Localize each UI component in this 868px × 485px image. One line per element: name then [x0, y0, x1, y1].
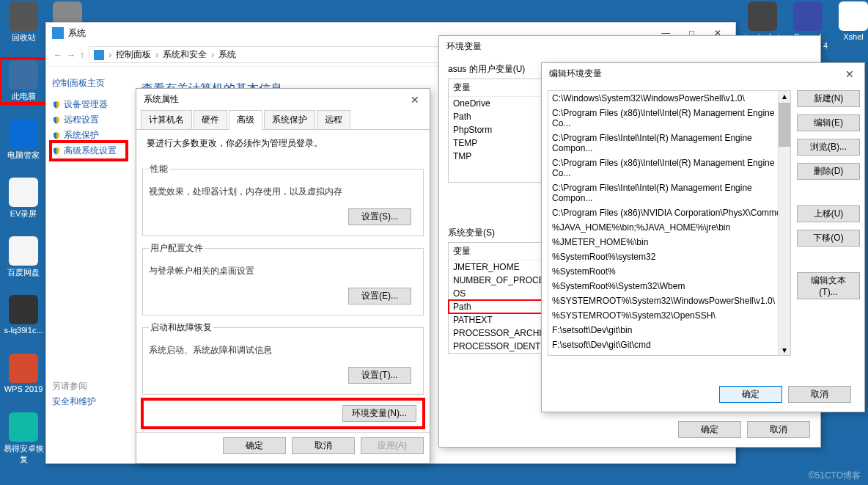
action-button[interactable]: 删除(D) — [797, 163, 860, 180]
sidebar-link[interactable]: 设备管理器 — [52, 97, 125, 112]
security-link[interactable]: 安全和维护 — [52, 394, 125, 409]
path-item[interactable]: %JMETER_HOME%\bin — [548, 235, 790, 249]
cancel-button[interactable]: 取消 — [788, 386, 851, 403]
path-item[interactable]: C:\Windows\System32\WindowsPowerShell\v1… — [548, 91, 790, 106]
ok-button[interactable]: 确定 — [223, 437, 286, 454]
list-item[interactable]: PROCESSOR_IDENTIFI — [449, 340, 544, 353]
settings-button[interactable]: 设置(E)... — [348, 288, 411, 305]
shield-icon — [52, 101, 61, 109]
cancel-button[interactable]: 取消 — [292, 437, 355, 454]
scrollbar[interactable]: ▴ ▾ — [778, 91, 790, 355]
path-item[interactable]: %SYSTEMROOT%\System32\OpenSSH\ — [548, 308, 790, 323]
crumb-item[interactable]: 控制面板 — [116, 48, 151, 61]
watermark: ©51CTO博客 — [809, 470, 861, 482]
path-list[interactable]: C:\Windows\System32\WindowsPowerShell\v1… — [548, 90, 791, 356]
desktop-icon[interactable]: 百度网盘 — [1, 236, 45, 278]
action-button[interactable]: 浏览(B)... — [797, 139, 860, 156]
dialog-titlebar: 编辑环境变量 ✕ — [542, 63, 864, 84]
group-desc: 系统启动、系统故障和调试信息 — [149, 344, 417, 357]
tabs: 计算机名硬件高级系统保护远程 — [136, 110, 430, 130]
forward-icon[interactable]: → — [67, 50, 76, 60]
dialog-buttons: 确定 取消 — [713, 382, 857, 407]
scroll-up-icon[interactable]: ▴ — [779, 91, 790, 101]
path-item[interactable]: C:\Program Files\Intel\Intel(R) Manageme… — [548, 180, 790, 205]
desktop-icon[interactable]: Xshel — [831, 1, 868, 41]
sidebar-link[interactable]: 高级系统设置 — [52, 143, 125, 158]
path-item[interactable]: %SystemRoot%\System32\Wbem — [548, 279, 790, 293]
close-icon[interactable]: ✕ — [842, 68, 857, 80]
back-icon[interactable]: ← — [54, 50, 62, 60]
desktop-icon[interactable]: WPS 2019 — [1, 354, 45, 393]
path-item[interactable]: C:\Program Files\Intel\Intel(R) Manageme… — [548, 131, 790, 156]
action-button[interactable]: 新建(N) — [797, 90, 860, 107]
list-item[interactable]: PROCESSOR_ARCHITE — [449, 327, 544, 340]
settings-group: 性能视觉效果，处理器计划，内存使用，以及虚拟内存设置(S)... — [142, 163, 424, 236]
path-item[interactable]: F:\setsoft\Dev\git\Git\cmd — [548, 338, 790, 352]
desktop-icon[interactable]: 回收站 — [1, 1, 45, 43]
apply-button[interactable]: 应用(A) — [361, 437, 424, 454]
user-vars-list[interactable]: 变量 OneDrivePathPhpStormTEMPTMP — [448, 79, 545, 183]
ok-button[interactable]: 确定 — [719, 386, 782, 403]
ok-button[interactable]: 确定 — [678, 421, 741, 438]
list-item[interactable]: NUMBER_OF_PROCES — [449, 274, 544, 287]
control-panel-sidebar: 控制面板主页 设备管理器远程设置系统保护高级系统设置 另请参阅 安全和维护 — [46, 67, 131, 417]
action-button[interactable]: 上移(U) — [797, 205, 860, 222]
path-item[interactable]: C:\Program Files (x86)\Intel\Intel(R) Ma… — [548, 156, 790, 180]
admin-note: 要进行大多数更改，你必须作为管理员登录。 — [136, 130, 430, 157]
cancel-button[interactable]: 取消 — [747, 421, 810, 438]
list-item[interactable]: JMETER_HOME — [449, 260, 544, 274]
edit-env-dialog: 编辑环境变量 ✕ C:\Windows\System32\WindowsPowe… — [541, 62, 865, 412]
desktop-icon[interactable]: 此电脑 — [1, 60, 45, 102]
crumb-item[interactable]: 系统和安全 — [163, 48, 207, 61]
scroll-down-icon[interactable]: ▾ — [779, 345, 790, 355]
settings-button[interactable]: 设置(T)... — [348, 367, 411, 384]
dialog-titlebar: 环境变量 — [439, 36, 820, 57]
group-desc: 视觉效果，处理器计划，内存使用，以及虚拟内存 — [149, 186, 417, 198]
system-properties-dialog: 系统属性 ✕ 计算机名硬件高级系统保护远程 要进行大多数更改，你必须作为管理员登… — [136, 88, 430, 464]
dialog-buttons: 确定 取消 — [672, 417, 816, 442]
path-item[interactable]: %JAVA_HOME%\bin;%JAVA_HOME%\jre\bin — [548, 220, 790, 235]
settings-button[interactable]: 设置(S)... — [348, 208, 411, 225]
list-item[interactable]: TEMP — [449, 136, 544, 150]
path-item[interactable]: %SystemRoot%\system32 — [548, 249, 790, 264]
cp-home[interactable]: 控制面板主页 — [52, 77, 125, 90]
close-icon[interactable]: ✕ — [408, 94, 422, 106]
desktop-icon[interactable]: 电脑管家 — [1, 119, 45, 161]
action-button[interactable]: 编辑文本(T)... — [797, 272, 860, 299]
tab[interactable]: 高级 — [229, 110, 262, 130]
list-item[interactable]: PATHEXT — [449, 313, 544, 327]
list-item[interactable]: PhpStorm — [449, 123, 544, 136]
tab[interactable]: 系统保护 — [264, 110, 315, 129]
path-item[interactable]: %SYSTEMROOT%\System32\WindowsPowerShell\… — [548, 293, 790, 308]
col-variable: 变量 — [453, 245, 471, 258]
crumb-item[interactable]: 系统 — [218, 48, 236, 61]
path-item[interactable]: C:\Program Files (x86)\NVIDIA Corporatio… — [548, 205, 790, 220]
desktop-icon[interactable]: EV录屏 — [1, 178, 45, 219]
list-item[interactable]: Path — [449, 300, 544, 313]
scrollbar-thumb[interactable] — [779, 103, 790, 147]
path-item[interactable]: C:\Program Files (x86)\Intel\Intel(R) Ma… — [548, 106, 790, 131]
path-item[interactable]: %SystemRoot% — [548, 264, 790, 279]
desktop-icon[interactable]: s-lq39l1c... — [1, 295, 45, 335]
desktop-icon[interactable]: 易得安卓恢复 — [1, 412, 45, 465]
action-button[interactable]: 下移(O) — [797, 230, 860, 247]
sidebar-link[interactable]: 系统保护 — [52, 128, 125, 143]
dialog-title: 编辑环境变量 — [549, 68, 602, 80]
list-item[interactable]: OS — [449, 287, 544, 300]
up-icon[interactable]: ↑ — [80, 50, 84, 60]
env-variables-button[interactable]: 环境变量(N)... — [342, 405, 416, 422]
action-button[interactable]: 编辑(E) — [797, 114, 860, 131]
list-item[interactable]: Path — [449, 110, 544, 123]
sidebar-link[interactable]: 远程设置 — [52, 112, 125, 128]
sys-vars-list[interactable]: 变量 JMETER_HOMENUMBER_OF_PROCESOSPathPATH… — [448, 242, 545, 354]
path-item[interactable]: F:\setsoft\Dev\phpstudy2018\PHPTutorial\… — [548, 352, 790, 356]
tab[interactable]: 硬件 — [194, 110, 227, 129]
list-item[interactable]: OneDrive — [449, 97, 544, 110]
dialog-title: 环境变量 — [446, 40, 482, 53]
path-item[interactable]: F:\setsoft\Dev\git\bin — [548, 323, 790, 338]
list-item[interactable]: TMP — [449, 150, 544, 163]
app-icon — [52, 27, 64, 39]
dialog-title: 系统属性 — [144, 93, 179, 106]
tab[interactable]: 计算机名 — [141, 110, 192, 129]
tab[interactable]: 远程 — [317, 110, 350, 129]
